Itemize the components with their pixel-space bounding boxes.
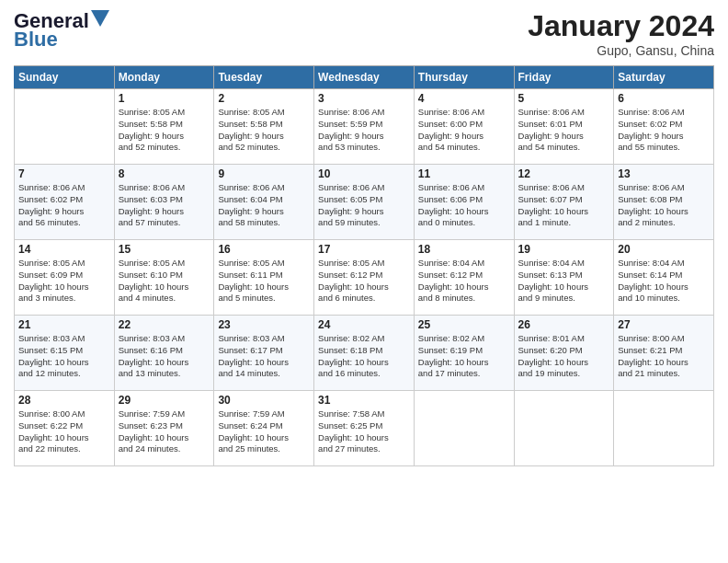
cell-content: Sunrise: 7:59 AMSunset: 6:23 PMDaylight:… [119,408,210,455]
day-number: 30 [218,394,310,407]
cell-content: Sunrise: 8:04 AMSunset: 6:12 PMDaylight:… [418,258,510,304]
cell-content: Sunrise: 8:06 AMSunset: 6:02 PMDaylight:… [18,182,110,229]
cell-content: Sunrise: 7:58 AMSunset: 6:25 PMDaylight:… [318,408,410,455]
day-number: 20 [618,243,710,256]
calendar-table: Sunday Monday Tuesday Wednesday Thursday… [14,65,714,466]
cell-content: Sunrise: 8:06 AMSunset: 6:04 PMDaylight:… [218,182,310,229]
month-title: January 2024 [528,9,714,43]
day-number: 4 [418,92,510,105]
cell-content: Sunrise: 8:05 AMSunset: 5:58 PMDaylight:… [218,107,310,154]
day-number: 29 [119,394,210,407]
calendar-cell: 19Sunrise: 8:04 AMSunset: 6:13 PMDayligh… [514,240,614,316]
day-number: 7 [18,167,110,180]
calendar-week-4: 21Sunrise: 8:03 AMSunset: 6:15 PMDayligh… [15,316,714,391]
calendar-cell: 14Sunrise: 8:05 AMSunset: 6:09 PMDayligh… [15,240,115,316]
day-number: 18 [418,243,510,256]
logo-blue: Blue [14,28,58,52]
day-number: 10 [318,167,410,180]
cell-content: Sunrise: 8:03 AMSunset: 6:15 PMDaylight:… [18,333,110,380]
cell-content: Sunrise: 8:04 AMSunset: 6:13 PMDaylight:… [518,258,610,304]
calendar-cell: 1Sunrise: 8:05 AMSunset: 5:58 PMDaylight… [114,89,214,165]
day-number: 3 [318,92,410,105]
cell-content: Sunrise: 8:03 AMSunset: 6:17 PMDaylight:… [218,333,310,380]
cell-content: Sunrise: 8:06 AMSunset: 6:00 PMDaylight:… [418,107,510,154]
cell-content: Sunrise: 8:06 AMSunset: 6:01 PMDaylight:… [518,107,610,154]
calendar-cell: 27Sunrise: 8:00 AMSunset: 6:21 PMDayligh… [614,316,714,391]
logo: General Blue [14,9,109,52]
cell-content: Sunrise: 8:00 AMSunset: 6:22 PMDaylight:… [18,408,110,455]
calendar-cell: 25Sunrise: 8:02 AMSunset: 6:19 PMDayligh… [414,316,514,391]
day-number: 6 [618,92,710,105]
cell-content: Sunrise: 8:05 AMSunset: 6:12 PMDaylight:… [318,258,410,304]
cell-content: Sunrise: 8:06 AMSunset: 5:59 PMDaylight:… [318,107,410,154]
calendar-cell: 31Sunrise: 7:58 AMSunset: 6:25 PMDayligh… [314,391,415,466]
day-number: 31 [318,394,410,407]
col-monday: Monday [114,66,214,89]
day-number: 19 [518,243,610,256]
calendar-cell: 11Sunrise: 8:06 AMSunset: 6:06 PMDayligh… [414,165,514,240]
cell-content: Sunrise: 7:59 AMSunset: 6:24 PMDaylight:… [218,408,310,455]
calendar-cell [414,391,514,466]
cell-content: Sunrise: 8:05 AMSunset: 5:58 PMDaylight:… [119,107,210,154]
calendar-cell [514,391,614,466]
cell-content: Sunrise: 8:05 AMSunset: 6:09 PMDaylight:… [18,258,110,304]
title-block: January 2024 Gupo, Gansu, China [528,9,714,58]
col-sunday: Sunday [15,66,115,89]
calendar-cell: 4Sunrise: 8:06 AMSunset: 6:00 PMDaylight… [414,89,514,165]
calendar-cell: 2Sunrise: 8:05 AMSunset: 5:58 PMDaylight… [214,89,314,165]
header-row: Sunday Monday Tuesday Wednesday Thursday… [15,66,714,89]
calendar-cell: 9Sunrise: 8:06 AMSunset: 6:04 PMDaylight… [214,165,314,240]
col-thursday: Thursday [414,66,514,89]
calendar-cell: 15Sunrise: 8:05 AMSunset: 6:10 PMDayligh… [114,240,214,316]
calendar-cell: 7Sunrise: 8:06 AMSunset: 6:02 PMDaylight… [15,165,115,240]
cell-content: Sunrise: 8:05 AMSunset: 6:10 PMDaylight:… [119,258,210,304]
day-number: 15 [119,243,210,256]
day-number: 1 [119,92,210,105]
day-number: 22 [119,318,210,331]
calendar-week-2: 7Sunrise: 8:06 AMSunset: 6:02 PMDaylight… [15,165,714,240]
calendar-cell: 10Sunrise: 8:06 AMSunset: 6:05 PMDayligh… [314,165,415,240]
cell-content: Sunrise: 8:06 AMSunset: 6:03 PMDaylight:… [119,182,210,229]
cell-content: Sunrise: 8:06 AMSunset: 6:05 PMDaylight:… [318,182,410,229]
calendar-cell: 26Sunrise: 8:01 AMSunset: 6:20 PMDayligh… [514,316,614,391]
calendar-cell: 18Sunrise: 8:04 AMSunset: 6:12 PMDayligh… [414,240,514,316]
day-number: 11 [418,167,510,180]
calendar-cell: 3Sunrise: 8:06 AMSunset: 5:59 PMDaylight… [314,89,415,165]
cell-content: Sunrise: 8:05 AMSunset: 6:11 PMDaylight:… [218,258,310,304]
day-number: 9 [218,167,310,180]
calendar-week-1: 1Sunrise: 8:05 AMSunset: 5:58 PMDaylight… [15,89,714,165]
calendar-cell: 29Sunrise: 7:59 AMSunset: 6:23 PMDayligh… [114,391,214,466]
calendar-cell: 16Sunrise: 8:05 AMSunset: 6:11 PMDayligh… [214,240,314,316]
calendar-cell: 28Sunrise: 8:00 AMSunset: 6:22 PMDayligh… [15,391,115,466]
day-number: 23 [218,318,310,331]
day-number: 12 [518,167,610,180]
col-friday: Friday [514,66,614,89]
cell-content: Sunrise: 8:02 AMSunset: 6:18 PMDaylight:… [318,333,410,380]
day-number: 26 [518,318,610,331]
cell-content: Sunrise: 8:06 AMSunset: 6:02 PMDaylight:… [618,107,710,154]
day-number: 8 [119,167,210,180]
calendar-week-5: 28Sunrise: 8:00 AMSunset: 6:22 PMDayligh… [15,391,714,466]
day-number: 14 [18,243,110,256]
calendar-cell: 20Sunrise: 8:04 AMSunset: 6:14 PMDayligh… [614,240,714,316]
calendar-week-3: 14Sunrise: 8:05 AMSunset: 6:09 PMDayligh… [15,240,714,316]
svg-marker-0 [91,10,109,27]
location: Gupo, Gansu, China [528,43,714,58]
logo-arrow-icon [91,10,109,29]
cell-content: Sunrise: 8:06 AMSunset: 6:08 PMDaylight:… [618,182,710,229]
cell-content: Sunrise: 8:06 AMSunset: 6:07 PMDaylight:… [518,182,610,229]
day-number: 16 [218,243,310,256]
day-number: 28 [18,394,110,407]
day-number: 13 [618,167,710,180]
day-number: 21 [18,318,110,331]
cell-content: Sunrise: 8:04 AMSunset: 6:14 PMDaylight:… [618,258,710,304]
calendar-cell: 13Sunrise: 8:06 AMSunset: 6:08 PMDayligh… [614,165,714,240]
day-number: 25 [418,318,510,331]
col-tuesday: Tuesday [214,66,314,89]
page-header: General Blue January 2024 Gupo, Gansu, C… [14,9,714,58]
cell-content: Sunrise: 8:06 AMSunset: 6:06 PMDaylight:… [418,182,510,229]
calendar-cell [614,391,714,466]
day-number: 17 [318,243,410,256]
calendar-cell: 17Sunrise: 8:05 AMSunset: 6:12 PMDayligh… [314,240,415,316]
cell-content: Sunrise: 8:00 AMSunset: 6:21 PMDaylight:… [618,333,710,380]
